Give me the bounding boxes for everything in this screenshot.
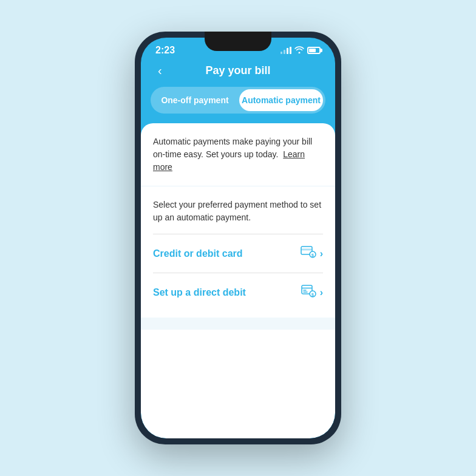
credit-debit-card-right: $ › [301,245,323,262]
tab-one-off[interactable]: One-off payment [153,89,237,111]
bottom-spacer [141,318,335,330]
svg-rect-1 [301,249,312,251]
chevron-right-icon-debit: › [320,287,323,298]
phone-screen: 2:23 [141,38,335,438]
phone-device: 2:23 [135,32,341,444]
tab-automatic[interactable]: Automatic payment [239,89,323,111]
status-icons [280,46,321,55]
intro-text: Automatic payments make paying your bill… [153,135,323,174]
signal-icon [280,47,291,54]
page-header: ‹ Pay your bill [141,61,335,87]
tab-switcher: One-off payment Automatic payment [151,87,325,114]
direct-debit-right: $ › [301,284,323,301]
select-method-text: Select your preferred payment method to … [153,199,323,224]
wifi-icon [294,46,304,55]
direct-debit-option[interactable]: Set up a direct debit $ [153,273,323,311]
content-area: Automatic payments make paying your bill… [141,123,335,438]
credit-debit-card-label: Credit or debit card [153,248,243,259]
credit-card-icon: $ [301,245,316,262]
svg-text:$: $ [311,293,314,298]
credit-debit-card-option[interactable]: Credit or debit card $ › [153,234,323,273]
battery-fill [309,49,316,52]
back-button[interactable]: ‹ [153,61,167,80]
page-title: Pay your bill [205,64,270,77]
direct-debit-label: Set up a direct debit [153,287,246,298]
phone-notch [205,38,271,51]
intro-section: Automatic payments make paying your bill… [141,123,335,186]
direct-debit-icon: $ [301,284,316,301]
svg-text:$: $ [311,253,314,258]
status-time: 2:23 [155,45,175,56]
battery-icon [307,47,321,54]
chevron-right-icon-card: › [320,248,323,259]
select-method-section: Select your preferred payment method to … [141,186,335,318]
